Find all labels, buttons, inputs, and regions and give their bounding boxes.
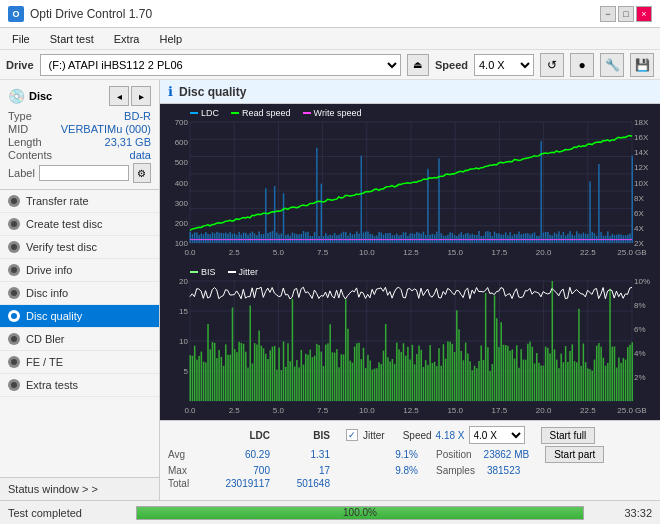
type-value: BD-R: [124, 110, 151, 122]
sidebar-label-verify-test-disc: Verify test disc: [26, 241, 97, 253]
bis-col-header: BIS: [278, 430, 330, 441]
write-speed-legend: Write speed: [314, 108, 362, 118]
length-value: 23,31 GB: [105, 136, 151, 148]
progress-text: 100.0%: [137, 507, 583, 519]
top-chart: LDC Read speed Write speed: [160, 104, 660, 263]
menu-help[interactable]: Help: [151, 31, 190, 47]
maximize-button[interactable]: □: [618, 6, 634, 22]
sidebar-item-transfer-rate[interactable]: Transfer rate: [0, 190, 159, 213]
mid-value: VERBATIMu (000): [61, 123, 151, 135]
total-label: Total: [168, 478, 202, 489]
nav-dot: [8, 264, 20, 276]
sidebar-label-extra-tests: Extra tests: [26, 379, 78, 391]
sidebar-label-drive-info: Drive info: [26, 264, 72, 276]
disc-icon-2[interactable]: ▸: [131, 86, 151, 106]
nav-dot: [8, 241, 20, 253]
jitter-checkbox[interactable]: ✓: [346, 429, 358, 441]
samples-value: 381523: [487, 465, 520, 476]
start-part-button[interactable]: Start part: [545, 446, 604, 463]
sidebar-label-disc-info: Disc info: [26, 287, 68, 299]
drive-label: Drive: [6, 59, 34, 71]
length-label: Length: [8, 136, 42, 148]
disc-quality-title: Disc quality: [179, 85, 246, 99]
minimize-button[interactable]: −: [600, 6, 616, 22]
stats-bar: LDC BIS ✓ Jitter Speed 4.18 X 4.0 X Star…: [160, 420, 660, 500]
nav-dot: [8, 195, 20, 207]
bottom-chart-legend: BIS Jitter: [190, 267, 258, 277]
app-title: Opti Drive Control 1.70: [30, 7, 152, 21]
sidebar-item-create-test-disc[interactable]: Create test disc: [0, 213, 159, 236]
speed-select[interactable]: 4.0 X: [474, 54, 534, 76]
stats-speed-select[interactable]: 4.0 X: [469, 426, 525, 444]
nav-dot: [8, 287, 20, 299]
menu-file[interactable]: File: [4, 31, 38, 47]
max-label: Max: [168, 465, 202, 476]
close-button[interactable]: ×: [636, 6, 652, 22]
record-button[interactable]: ●: [570, 53, 594, 77]
save-button[interactable]: 💾: [630, 53, 654, 77]
speed-label: Speed: [435, 59, 468, 71]
sidebar-item-drive-info[interactable]: Drive info: [0, 259, 159, 282]
sidebar: 💿 Disc ◂ ▸ Type BD-R MID VERBATIMu (000)…: [0, 80, 160, 500]
app-icon: O: [8, 6, 24, 22]
ldc-col-header: LDC: [210, 430, 270, 441]
start-full-button[interactable]: Start full: [541, 427, 596, 444]
menu-extra[interactable]: Extra: [106, 31, 148, 47]
mid-label: MID: [8, 123, 28, 135]
avg-jitter-value: 9.1%: [358, 449, 418, 460]
type-label: Type: [8, 110, 32, 122]
eject-button[interactable]: ⏏: [407, 54, 429, 76]
ldc-legend: LDC: [201, 108, 219, 118]
drive-select[interactable]: (F:) ATAPI iHBS112 2 PL06: [40, 54, 401, 76]
sidebar-label-disc-quality: Disc quality: [26, 310, 82, 322]
menu-start-test[interactable]: Start test: [42, 31, 102, 47]
read-speed-legend: Read speed: [242, 108, 291, 118]
bottom-chart: BIS Jitter: [160, 263, 660, 421]
sidebar-item-extra-tests[interactable]: Extra tests: [0, 374, 159, 397]
sidebar-item-cd-bler[interactable]: CD Bler: [0, 328, 159, 351]
contents-value: data: [130, 149, 151, 161]
position-label: Position: [436, 449, 472, 460]
contents-label: Contents: [8, 149, 52, 161]
title-bar: O Opti Drive Control 1.70 − □ ×: [0, 0, 660, 28]
nav-dot: [8, 333, 20, 345]
bottom-chart-canvas: [160, 263, 660, 421]
right-panel: ℹ Disc quality LDC Read speed: [160, 80, 660, 500]
total-bis-value: 501648: [278, 478, 330, 489]
disc-section: 💿 Disc ◂ ▸ Type BD-R MID VERBATIMu (000)…: [0, 80, 159, 190]
nav-dot: [8, 379, 20, 391]
total-ldc-value: 23019117: [210, 478, 270, 489]
tools-button[interactable]: 🔧: [600, 53, 624, 77]
label-input[interactable]: [39, 165, 129, 181]
max-bis-value: 17: [278, 465, 330, 476]
disc-quality-icon: ℹ: [168, 84, 173, 99]
sidebar-item-disc-quality[interactable]: Disc quality: [0, 305, 159, 328]
disc-icon-1[interactable]: ◂: [109, 86, 129, 106]
speed-col-header: Speed: [403, 430, 432, 441]
sidebar-item-disc-info[interactable]: Disc info: [0, 282, 159, 305]
avg-label: Avg: [168, 449, 202, 460]
drive-bar: Drive (F:) ATAPI iHBS112 2 PL06 ⏏ Speed …: [0, 50, 660, 80]
nav-dot: [8, 310, 20, 322]
sidebar-item-verify-test-disc[interactable]: Verify test disc: [0, 236, 159, 259]
jitter-legend: Jitter: [239, 267, 259, 277]
disc-quality-header: ℹ Disc quality: [160, 80, 660, 104]
max-jitter-value: 9.8%: [358, 465, 418, 476]
avg-ldc-value: 60.29: [210, 449, 270, 460]
position-value: 23862 MB: [484, 449, 530, 460]
sidebar-label-create-test-disc: Create test disc: [26, 218, 102, 230]
refresh-button[interactable]: ↺: [540, 53, 564, 77]
sidebar-item-fe-te[interactable]: FE / TE: [0, 351, 159, 374]
label-icon[interactable]: ⚙: [133, 163, 151, 183]
progress-bar-container: 100.0%: [136, 506, 584, 520]
avg-bis-value: 1.31: [278, 449, 330, 460]
time-text: 33:32: [592, 507, 652, 519]
status-text: Test completed: [8, 507, 128, 519]
sidebar-label-transfer-rate: Transfer rate: [26, 195, 89, 207]
avg-speed-value: 4.18 X: [436, 430, 465, 441]
samples-label: Samples: [436, 465, 475, 476]
status-bar: Test completed 100.0% 33:32: [0, 500, 660, 524]
nav-dot: [8, 356, 20, 368]
max-ldc-value: 700: [210, 465, 270, 476]
status-window-button[interactable]: Status window > >: [0, 477, 159, 500]
